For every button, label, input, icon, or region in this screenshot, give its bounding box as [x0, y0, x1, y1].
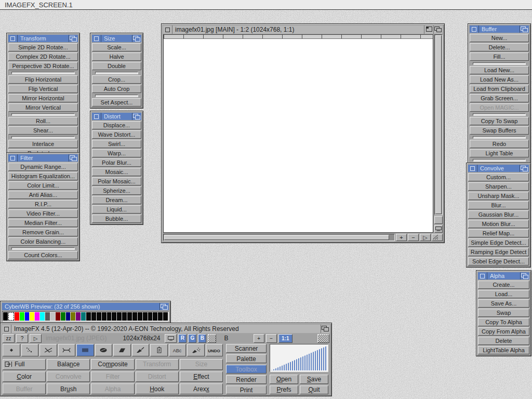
- swirl-button[interactable]: Swirl...: [92, 140, 141, 148]
- blue-channel-button[interactable]: B: [198, 334, 206, 343]
- histogram-equalization-button[interactable]: Histogram Equalization...: [8, 172, 78, 180]
- gaussian-blur-button[interactable]: Gaussian Blur...: [468, 210, 529, 219]
- polygon-tool-button[interactable]: [113, 344, 131, 356]
- color-swatch[interactable]: [40, 312, 45, 321]
- save-as-button[interactable]: Save As...: [478, 299, 529, 308]
- airbrush-tool-button[interactable]: [187, 344, 205, 356]
- color-swatch[interactable]: [97, 312, 101, 321]
- sharpen-button[interactable]: Sharpen...: [468, 182, 529, 191]
- simple-edge-detect-button[interactable]: Simple Edge Detect...: [468, 238, 529, 247]
- open-button[interactable]: Open: [270, 375, 298, 384]
- alpha-thumbnail[interactable]: [208, 334, 216, 343]
- crop-button[interactable]: Crop...: [92, 75, 141, 84]
- mode-scanner-button[interactable]: Scanner: [226, 344, 267, 353]
- copy-from-alpha-button[interactable]: Copy From Alpha: [478, 327, 529, 336]
- color-swatch[interactable]: [163, 312, 168, 321]
- color-swatch[interactable]: [61, 312, 65, 321]
- color-button[interactable]: Color: [3, 371, 46, 382]
- freehand-tool-button[interactable]: [21, 344, 39, 356]
- sobel-edge-detect-button[interactable]: Sobel Edge Detect...: [468, 257, 529, 265]
- color-swatch[interactable]: [15, 312, 19, 321]
- polar-blur-button[interactable]: Polar Blur...: [92, 158, 141, 167]
- horizontal-scrollbar[interactable]: [163, 234, 395, 241]
- save-button[interactable]: Save: [300, 375, 328, 384]
- median-filter-button[interactable]: Median Filter...: [8, 219, 78, 227]
- color-swatch[interactable]: [45, 312, 50, 321]
- delete-button[interactable]: Delete...: [470, 43, 529, 51]
- load-new-as-button[interactable]: Load New As...: [470, 75, 529, 84]
- vertical-scrollbar-thumb[interactable]: [435, 35, 442, 214]
- preview-thumbnail[interactable]: [317, 334, 329, 343]
- dot-tool-button[interactable]: [3, 344, 20, 356]
- close-gadget[interactable]: [92, 113, 101, 120]
- color-swatch[interactable]: [3, 312, 8, 321]
- color-swatch[interactable]: [30, 312, 34, 321]
- flip-horizontal-button[interactable]: Flip Horizontal: [8, 75, 78, 84]
- zoom-in-button[interactable]: +: [254, 334, 264, 343]
- close-gadget[interactable]: [8, 154, 18, 162]
- screen-title-bar[interactable]: IMAGEFX_SCREEN.1: [0, 0, 532, 10]
- filter-titlebar[interactable]: Filter: [8, 154, 78, 162]
- unsharp-mask-button[interactable]: Unsharp Mask...: [468, 192, 529, 200]
- wave-distort-button[interactable]: Wave Distort...: [92, 130, 141, 139]
- scale-button[interactable]: Scale...: [92, 43, 141, 51]
- image-window-titlebar[interactable]: imagefx01.jpg [MAIN] - 1:2 (1024x768, 1:…: [163, 25, 443, 34]
- dynamic-range-button[interactable]: Dynamic Range...: [8, 163, 78, 171]
- mode-render-button[interactable]: Render: [226, 375, 267, 384]
- depth-gadget[interactable]: [132, 113, 141, 120]
- undo-button[interactable]: UNDO: [206, 344, 223, 356]
- ramping-edge-detect-button[interactable]: Ramping Edge Detect: [468, 248, 529, 256]
- roll-button[interactable]: Roll...: [8, 117, 78, 125]
- blur-button[interactable]: Blur...: [468, 201, 529, 209]
- load-from-clipboard-button[interactable]: Load from Clipboard: [470, 85, 529, 93]
- alpha-titlebar[interactable]: Alpha: [478, 272, 529, 280]
- color-swatch[interactable]: [132, 312, 137, 321]
- bubble-button[interactable]: Bubble...: [92, 215, 141, 223]
- polar-mosaic-button[interactable]: Polar Mosaic...: [92, 177, 141, 185]
- new-button[interactable]: New...: [470, 34, 529, 42]
- zoom-out-button[interactable]: −: [408, 234, 419, 241]
- perspective-3d-rotate-button[interactable]: Perspective 3D Rotate...: [8, 62, 78, 70]
- resize-gadget[interactable]: [432, 234, 443, 241]
- depth-gadget[interactable]: [69, 154, 78, 162]
- auto-crop-button[interactable]: Auto Crop: [92, 85, 141, 93]
- copy-to-swap-button[interactable]: Copy To Swap: [470, 117, 529, 125]
- redo-button[interactable]: Redo: [470, 140, 529, 148]
- grab-screen-button[interactable]: Grab Screen...: [470, 94, 529, 102]
- spherize-button[interactable]: Spherize...: [92, 187, 141, 195]
- zoom-out-button[interactable]: −: [266, 334, 277, 343]
- complex-2d-rotate-button[interactable]: Complex 2D Rotate...: [8, 52, 78, 61]
- color-swatch[interactable]: [117, 312, 122, 321]
- close-gadget[interactable]: [163, 25, 172, 34]
- flip-vertical-button[interactable]: Flip Vertical: [8, 85, 78, 93]
- composite-button[interactable]: Composite: [91, 359, 134, 370]
- distort-titlebar[interactable]: Distort: [92, 113, 141, 120]
- close-gadget[interactable]: [8, 35, 18, 42]
- close-gadget[interactable]: [468, 165, 477, 172]
- count-colors-button[interactable]: Count Colors...: [8, 251, 78, 259]
- ellipse-tool-button[interactable]: [95, 344, 113, 356]
- color-swatch-selected[interactable]: [8, 312, 14, 321]
- depth-gadget[interactable]: [520, 272, 529, 280]
- close-gadget[interactable]: [92, 35, 101, 42]
- halve-button[interactable]: Halve: [92, 52, 141, 61]
- zoom-ratio-button[interactable]: 1:1: [278, 334, 292, 343]
- close-gadget[interactable]: [2, 325, 11, 333]
- fill-button[interactable]: Fill...: [470, 52, 529, 61]
- line-tool-button[interactable]: [39, 344, 57, 356]
- hook-button[interactable]: Hook: [136, 383, 179, 394]
- display-mode-button[interactable]: [165, 334, 177, 343]
- color-limit-button[interactable]: Color Limit...: [8, 181, 78, 190]
- close-gadget[interactable]: [470, 25, 479, 33]
- mosaic-button[interactable]: Mosaic...: [92, 168, 141, 176]
- color-swatch[interactable]: [102, 312, 107, 321]
- dream-button[interactable]: Dream...: [92, 196, 141, 204]
- rip-button[interactable]: R.I.P...: [8, 200, 78, 208]
- brush-button[interactable]: Brush: [47, 383, 90, 394]
- screen-mode-button[interactable]: [434, 225, 443, 233]
- remove-grain-button[interactable]: Remove Grain...: [8, 228, 78, 236]
- interlace-button[interactable]: Interlace: [8, 140, 78, 148]
- run-button[interactable]: ▷: [30, 334, 42, 343]
- blank-gadget-button[interactable]: [434, 216, 443, 224]
- mirror-horizontal-button[interactable]: Mirror Horizontal: [8, 94, 78, 102]
